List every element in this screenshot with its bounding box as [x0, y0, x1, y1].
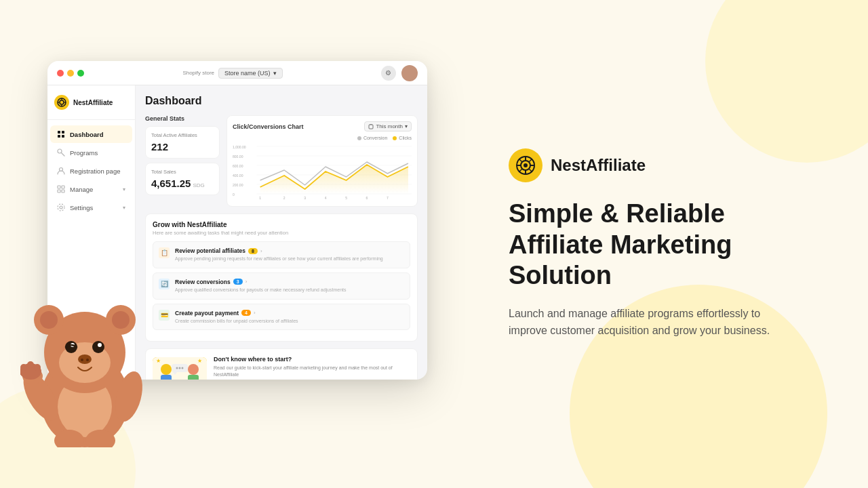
brand-name: NestAffiliate	[551, 156, 646, 175]
sidebar-item-settings[interactable]: Settings ▾	[50, 199, 132, 216]
sidebar-item-programs[interactable]: Programs	[50, 144, 132, 161]
stats-panel: General Stats Total Active Affiliates 21…	[145, 115, 220, 207]
svg-marker-55	[260, 165, 408, 194]
legend-conversion-label: Conversion	[363, 136, 387, 140]
svg-text:200.00: 200.00	[233, 183, 243, 187]
svg-text:5: 5	[345, 196, 347, 200]
svg-rect-38	[58, 190, 60, 192]
svg-line-82	[519, 159, 522, 162]
brand-row: NestAffiliate	[509, 148, 834, 182]
stat-sales-unit: SDG	[193, 182, 204, 188]
svg-line-85	[519, 169, 522, 171]
svg-text:6: 6	[366, 196, 368, 200]
legend-clicks-dot	[393, 136, 397, 140]
stat-affiliates-value: 212	[151, 141, 214, 152]
task-create-payout[interactable]: 💳 Create payout payment 4 › Create commi…	[153, 304, 410, 331]
chart-area: 1,000.00 800.00 600.00 400.00 200.00 0	[233, 143, 412, 201]
left-section: Shopify store Store name (US) ▾ ⚙	[34, 47, 427, 441]
chart-legend: Conversion Clicks	[233, 136, 412, 140]
svg-text:0: 0	[233, 192, 235, 197]
svg-rect-65	[161, 375, 172, 380]
sidebar-dashboard-label: Dashboard	[70, 131, 104, 138]
sidebar-logo: NestAffiliate	[47, 95, 135, 120]
svg-text:3: 3	[304, 196, 306, 200]
sidebar-item-manage[interactable]: Manage ▾	[50, 180, 132, 198]
headline-line2: Affiliate Marketing Solution	[509, 230, 732, 290]
stat-sales-label: Total Sales	[151, 169, 214, 176]
guide-content: Don't know where to start? Read our guid…	[214, 356, 410, 380]
titlebar-store: Shopify store Store name (US) ▾	[182, 68, 282, 79]
guide-desc: Read our guide to kick-start your affili…	[214, 365, 410, 378]
page-title: Dashboard	[145, 95, 418, 107]
svg-point-72	[182, 367, 184, 369]
legend-clicks: Clicks	[393, 136, 412, 140]
legend-conversion: Conversion	[357, 136, 387, 140]
minimize-dot[interactable]	[67, 70, 74, 77]
svg-rect-39	[62, 190, 64, 192]
chart-title: Click/Conversions Chart	[233, 123, 304, 130]
task-payout-name: Create payout payment	[175, 310, 239, 317]
task-conversions-badge: 3	[233, 279, 243, 285]
task-affiliates-arrow: ›	[260, 248, 262, 254]
stats-chart-row: General Stats Total Active Affiliates 21…	[145, 115, 418, 207]
store-badge[interactable]: Store name (US) ▾	[218, 68, 283, 79]
svg-point-40	[60, 206, 62, 209]
legend-conversion-dot	[357, 136, 361, 140]
task-payout-arrow: ›	[254, 310, 256, 316]
user-avatar[interactable]	[401, 65, 418, 81]
svg-text:★: ★	[156, 358, 161, 364]
svg-text:4: 4	[325, 196, 327, 200]
task-conversions-title-row: Review conversions 3 ›	[175, 279, 404, 285]
stat-sales-value: 4,651.25	[151, 178, 191, 189]
stat-card-affiliates: Total Active Affiliates 212	[145, 126, 220, 159]
svg-line-84	[529, 159, 532, 162]
task-payout-badge: 4	[241, 310, 251, 316]
titlebar-actions: ⚙	[381, 65, 418, 81]
task-affiliates-badge: 8	[248, 248, 258, 254]
settings-icon[interactable]: ⚙	[381, 66, 396, 81]
sidebar-settings-label: Settings	[70, 204, 93, 211]
task-review-conversions[interactable]: 🔄 Review conversions 3 › Approve qualifi…	[153, 272, 410, 300]
svg-text:★: ★	[197, 358, 202, 364]
shopify-label: Shopify store	[182, 70, 214, 76]
svg-point-34	[58, 149, 62, 153]
task-conversions-content: Review conversions 3 › Approve qualified…	[175, 279, 404, 293]
stat-card-sales: Total Sales 4,651.25 SDG	[145, 163, 220, 195]
task-conversions-name: Review conversions	[175, 279, 231, 285]
svg-point-12	[78, 354, 92, 364]
task-affiliates-icon: 📋	[159, 247, 170, 258]
task-payout-content: Create payout payment 4 › Create commiss…	[175, 310, 404, 325]
svg-text:800.00: 800.00	[233, 155, 243, 159]
brand-logo-icon	[509, 148, 542, 182]
task-affiliates-title-row: Review potential affiliates 8 ›	[175, 247, 404, 254]
guide-section: ★ ★ Don't know where to start? Read our …	[145, 348, 418, 380]
svg-point-70	[176, 367, 178, 369]
task-affiliates-desc: Approve pending joining requests for new…	[175, 256, 404, 262]
main-container: Shopify store Store name (US) ▾ ⚙	[34, 30, 834, 458]
right-section: NestAffiliate Simple & Reliable Affiliat…	[481, 148, 834, 340]
guide-image: ★ ★	[153, 357, 207, 380]
stat-affiliates-label: Total Active Affiliates	[151, 132, 214, 139]
close-dot[interactable]	[57, 70, 64, 77]
svg-rect-67	[188, 375, 199, 380]
svg-rect-42	[369, 125, 373, 129]
chart-period-chevron: ▾	[405, 123, 408, 129]
svg-rect-33	[62, 135, 64, 138]
app-titlebar: Shopify store Store name (US) ▾ ⚙	[47, 61, 427, 85]
svg-point-25	[60, 100, 64, 104]
svg-rect-31	[62, 131, 64, 134]
svg-text:1,000.00: 1,000.00	[233, 145, 246, 149]
task-review-affiliates[interactable]: 📋 Review potential affiliates 8 › Approv…	[153, 241, 410, 268]
manage-expand-icon: ▾	[123, 186, 125, 192]
svg-point-71	[179, 367, 181, 369]
svg-point-5	[40, 311, 58, 329]
maximize-dot[interactable]	[77, 70, 84, 77]
svg-rect-37	[62, 186, 64, 188]
grow-subtitle: Here are some awaiting tasks that might …	[153, 230, 410, 236]
svg-text:600.00: 600.00	[233, 164, 243, 168]
bear-mascot	[20, 291, 156, 454]
sidebar-item-registration[interactable]: Registration page	[50, 162, 132, 180]
chart-period-selector[interactable]: This month ▾	[364, 121, 412, 131]
logo-icon	[54, 95, 69, 110]
sidebar-item-dashboard[interactable]: Dashboard	[50, 125, 132, 143]
